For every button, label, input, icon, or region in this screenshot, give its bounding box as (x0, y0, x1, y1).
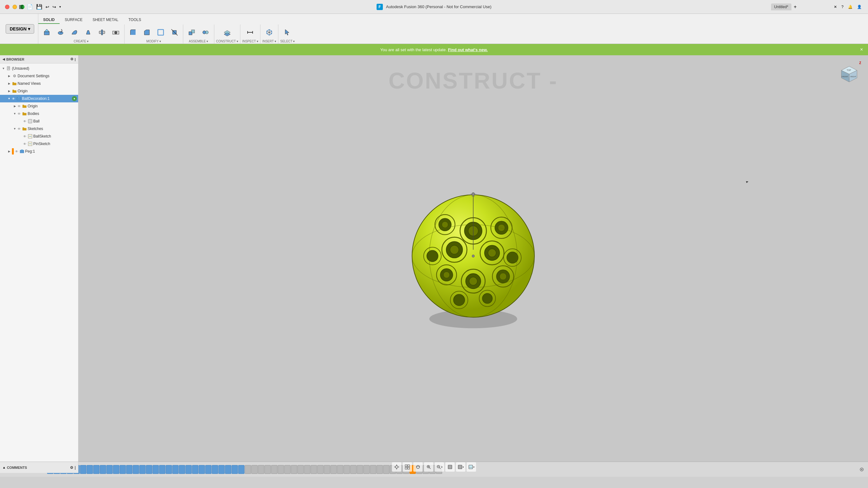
notification-icon[interactable]: 🔔 (848, 5, 852, 9)
timeline-item[interactable] (126, 465, 132, 474)
timeline-item[interactable] (317, 465, 323, 474)
apps-icon[interactable]: ⊞ (19, 3, 24, 10)
timeline-item[interactable] (344, 465, 350, 474)
timeline-item[interactable] (93, 465, 99, 474)
timeline-item[interactable] (363, 465, 370, 474)
redo-icon[interactable]: ↪ (53, 4, 56, 9)
grid-button[interactable] (403, 462, 412, 472)
loft-tool[interactable] (82, 26, 95, 39)
eye-icon[interactable]: 👁 (23, 142, 27, 146)
tree-item-doc-settings[interactable]: ▶ ⚙ Document Settings (0, 72, 78, 80)
timeline-item[interactable] (140, 465, 146, 474)
revolve-tool[interactable] (54, 26, 67, 39)
zoom-fit-dropdown[interactable]: ▾ (435, 462, 444, 472)
tree-item-peg[interactable]: ▶ 👁 Peg:1 (0, 148, 78, 155)
timeline-item[interactable] (199, 465, 205, 474)
timeline-item[interactable] (251, 465, 258, 474)
timeline-item[interactable] (192, 465, 198, 474)
timeline-item[interactable] (179, 465, 185, 474)
tree-item-origin-sub[interactable]: ▶ 👁 Origin (0, 103, 78, 110)
snap-button[interactable] (392, 462, 401, 472)
tab-tools[interactable]: TOOLS (123, 16, 146, 24)
new-component-tool[interactable] (185, 26, 198, 39)
tree-item-unsaved[interactable]: ▼ (Unsaved) (0, 65, 78, 72)
eye-icon[interactable]: 👁 (17, 104, 21, 108)
new-tab-button[interactable]: + (792, 3, 799, 11)
tree-item-origin[interactable]: ▶ Origin (0, 87, 78, 95)
comments-settings-icon[interactable]: ⚙ (70, 465, 73, 470)
timeline-item[interactable] (120, 465, 126, 474)
fillet-tool[interactable] (126, 26, 140, 39)
timeline-item[interactable] (311, 465, 317, 474)
design-dropdown-button[interactable]: DESIGN ▾ (6, 24, 34, 34)
eye-icon[interactable]: 👁 (14, 149, 19, 153)
tree-item-bodies[interactable]: ▼ 👁 Bodies (0, 110, 78, 117)
hole-tool[interactable] (109, 26, 122, 39)
timeline-item[interactable] (133, 465, 139, 474)
measure-tool[interactable] (244, 26, 257, 39)
rib-tool[interactable] (95, 26, 108, 39)
close-button[interactable] (5, 5, 9, 9)
tab-sheet-metal[interactable]: SHEET METAL (88, 16, 123, 24)
browser-settings-icon[interactable]: ⚙ (70, 57, 73, 61)
eye-icon[interactable]: 👁 (17, 126, 21, 131)
timeline-item[interactable] (357, 465, 363, 474)
offset-plane-tool[interactable] (221, 26, 234, 39)
timeline-item[interactable] (218, 465, 225, 474)
close-tab-icon[interactable]: ✕ (834, 5, 837, 9)
construct-label[interactable]: CONSTRUCT ▾ (216, 39, 238, 43)
assemble-label[interactable]: ASSEMBLE ▾ (189, 39, 208, 43)
timeline-item[interactable] (271, 465, 277, 474)
undo-icon[interactable]: ↩ (45, 4, 49, 9)
timeline-item[interactable] (377, 465, 383, 474)
timeline-item[interactable] (87, 465, 93, 474)
eye-icon[interactable]: 👁 (23, 134, 27, 139)
tab-solid[interactable]: SOLID (38, 16, 60, 24)
sweep-tool[interactable] (68, 26, 81, 39)
inspect-label[interactable]: INSPECT ▾ (242, 39, 258, 43)
eye-icon[interactable]: 👁 (11, 96, 16, 101)
timeline-item[interactable] (146, 465, 152, 474)
timeline-settings-button[interactable] (858, 466, 866, 473)
timeline-item[interactable] (113, 465, 119, 474)
timeline-item[interactable] (331, 465, 337, 474)
timeline-item[interactable] (106, 465, 113, 474)
zoom-button[interactable] (424, 462, 433, 472)
timeline-item[interactable] (231, 465, 238, 474)
timeline-item[interactable] (245, 465, 251, 474)
timeline-item[interactable] (153, 465, 159, 474)
timeline-item[interactable] (238, 465, 244, 474)
scale-tool[interactable] (168, 26, 181, 39)
display-mode-button[interactable] (445, 462, 455, 472)
tree-item-ball-decoration[interactable]: ▼ 👁 BallDecoration:1 ● (0, 95, 78, 103)
select-tool[interactable] (281, 26, 294, 39)
timeline-item[interactable] (337, 465, 343, 474)
undo-dropdown-icon[interactable]: ▾ (59, 5, 61, 8)
view-cube[interactable]: Z TOP RIGHT FRONT (837, 62, 862, 87)
insert-label[interactable]: INSERT ▾ (262, 39, 276, 43)
timeline-item[interactable] (80, 465, 86, 474)
modify-label[interactable]: MODIFY ▾ (146, 39, 161, 43)
orbit-button[interactable] (413, 462, 423, 472)
document-tab[interactable]: Untitled* (771, 3, 792, 10)
user-icon[interactable]: 👤 (857, 5, 862, 9)
timeline-item[interactable] (291, 465, 297, 474)
save-icon[interactable]: 💾 (36, 4, 42, 10)
tab-surface[interactable]: SURFACE (60, 16, 88, 24)
extrude-tool[interactable] (40, 26, 53, 39)
comments-panel-icon[interactable]: | (75, 465, 75, 470)
viewport[interactable]: CONSTRUCT - (79, 55, 868, 462)
eye-icon[interactable]: 👁 (23, 119, 27, 123)
timeline-item[interactable] (304, 465, 310, 474)
timeline-item[interactable] (370, 465, 376, 474)
environment-button[interactable]: ▾ (467, 462, 476, 472)
timeline-item[interactable] (265, 465, 271, 474)
tree-item-ball-sketch[interactable]: ▶ 👁 BallSketch (0, 133, 78, 140)
timeline-item[interactable] (278, 465, 284, 474)
timeline-item[interactable] (172, 465, 179, 474)
banner-link[interactable]: Find out what's new. (448, 48, 488, 52)
tree-item-sketches[interactable]: ▼ 👁 Sketches (0, 125, 78, 133)
shell-tool[interactable] (154, 26, 167, 39)
browser-collapse-icon[interactable]: ◀ (2, 57, 5, 61)
timeline-item[interactable] (298, 465, 304, 474)
